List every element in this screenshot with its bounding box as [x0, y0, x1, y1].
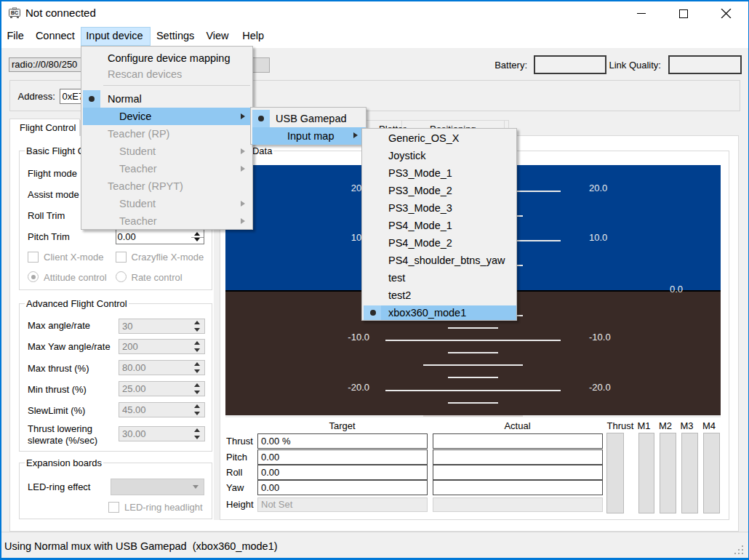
svg-text:BC: BC — [11, 10, 18, 15]
